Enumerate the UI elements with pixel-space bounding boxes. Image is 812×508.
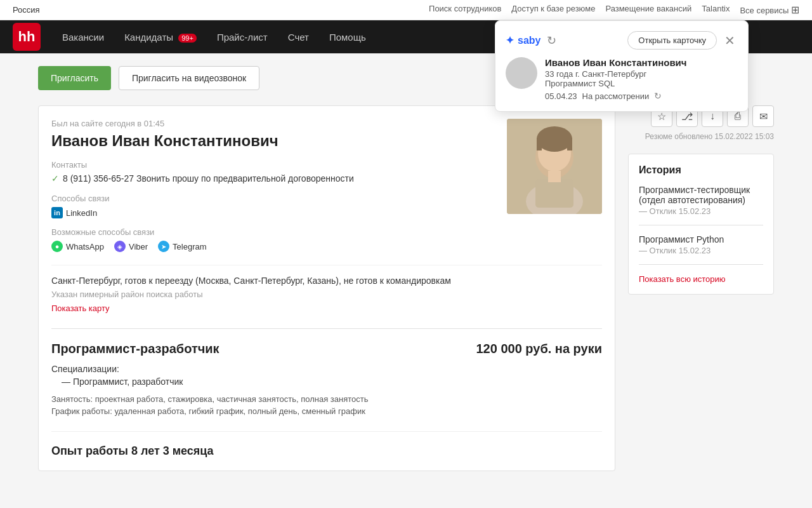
history-divider (639, 225, 763, 225)
svg-rect-7 (535, 179, 573, 208)
location-note: Указан пимерный район поиска работы (51, 290, 602, 299)
phone-contact: ✓ 8 (911) 356-65-27 Звонить прошу по пре… (51, 173, 494, 184)
download-icon: ↓ (710, 110, 715, 122)
show-map-link[interactable]: Показать карту (51, 304, 110, 313)
history-date-1: — Отклик 15.02.23 (639, 206, 763, 216)
saby-status-row: 05.04.23 На рассмотрении ↻ (545, 91, 687, 101)
email-icon: ✉ (759, 110, 768, 123)
job-salary: 120 000 руб. на руки (476, 342, 602, 356)
location-text: Санкт-Петербург, готов к переезду (Москв… (51, 276, 602, 286)
saby-logo-text: saby (518, 35, 540, 46)
history-job-2: Программист Python (639, 234, 763, 244)
main-content: Был на сайте сегодня в 01:45 Иванов Иван… (38, 105, 615, 471)
history-title: История (639, 164, 763, 176)
saby-open-btn[interactable]: Открыть карточку (627, 31, 717, 50)
check-icon: ✓ (51, 173, 59, 184)
nav-candidates[interactable]: Кандидаты 99+ (115, 27, 206, 48)
grid-icon: ⊞ (791, 4, 799, 15)
saby-age-location: 33 года г. Санкт-Петербург (545, 69, 687, 79)
nav-account[interactable]: Счет (279, 27, 318, 48)
profile-name: Иванов Иван Константинович (51, 132, 494, 150)
saby-job-title: Программист SQL (545, 79, 687, 88)
history-item-2: Программист Python — Отклик 15.02.23 (639, 234, 763, 255)
history-job-1: Программист-тестировщик (отдел автотести… (639, 185, 763, 205)
logo[interactable]: hh (13, 23, 41, 51)
communication-label: Способы связи (51, 194, 494, 203)
resume-updated-sidebar: Резюме обновлено 15.02.2022 15:03 (628, 132, 774, 141)
saby-date: 05.04.23 (545, 91, 577, 101)
resume-db-link[interactable]: Доступ к базе резюме (511, 4, 595, 16)
viber-label: Viber (129, 242, 148, 251)
possible-label: Возможные способы связи (51, 227, 494, 237)
saby-popup: ✦ saby ↻ Открыть карточку ✕ Иванов Иван … (495, 20, 749, 112)
vacancy-link[interactable]: Размещение вакансий (605, 4, 691, 16)
show-history-link[interactable]: Показать всю историю (639, 274, 726, 284)
job-title: Программист-разработчик (51, 342, 219, 356)
saby-avatar (506, 57, 537, 89)
telegram-label: Telegram (173, 242, 206, 251)
top-bar-left: Россия (13, 5, 40, 15)
experience-title: Опыт работы 8 лет 3 месяца (51, 431, 602, 458)
svg-rect-5 (567, 138, 572, 150)
location-section: Санкт-Петербург, готов к переезду (Москв… (51, 265, 602, 313)
schedule-text: График работы: удаленная работа, гибкий … (51, 406, 602, 416)
svg-rect-8 (548, 171, 561, 182)
linkedin-icon: in (51, 207, 63, 218)
all-services-link[interactable]: Все сервисы ⊞ (740, 4, 799, 16)
phone-number: 8 (911) 356-65-27 Звонить прошу по предв… (63, 173, 354, 184)
sidebar: ☆ ⎇ ↓ ⎙ ✉ Резюме обновлено 15.02.2022 15… (628, 105, 774, 471)
nav-pricelist[interactable]: Прайс-лист (208, 27, 277, 48)
possible-methods: ● WhatsApp ◈ Viber ➤ Telegram (51, 241, 494, 252)
profile-photo (507, 119, 602, 214)
saby-close-button[interactable]: ✕ (722, 32, 738, 50)
last-seen: Был на сайте сегодня в 01:45 (51, 119, 494, 128)
star-icon: ☆ (657, 110, 666, 123)
nav-help[interactable]: Помощь (320, 27, 375, 48)
whatsapp-label: WhatsApp (66, 242, 104, 251)
contacts-label: Контакты (51, 160, 494, 170)
viber-icon: ◈ (114, 241, 126, 252)
print-icon: ⎙ (735, 110, 741, 122)
employment-text: Занятость: проектная работа, стажировка,… (51, 394, 602, 404)
profile-header: Был на сайте сегодня в 01:45 Иванов Иван… (51, 119, 602, 252)
saby-refresh-icon[interactable]: ↻ (654, 91, 662, 101)
search-employees-link[interactable]: Поиск сотрудников (429, 4, 501, 16)
content-wrapper: Пригласить Пригласить на видеозвонок Был… (25, 53, 787, 484)
viber-contact: ◈ Viber (114, 241, 148, 252)
telegram-icon: ➤ (158, 241, 169, 252)
saby-header: ✦ saby ↻ Открыть карточку ✕ (506, 31, 738, 50)
nav-items: Вакансии Кандидаты 99+ Прайс-лист Счет П… (53, 27, 375, 48)
saby-profile: Иванов Иван Константинович 33 года г. Са… (506, 57, 738, 101)
history-item-1: Программист-тестировщик (отдел автотести… (639, 185, 763, 216)
spec-label: Специализации: (51, 364, 602, 374)
profile-info: Был на сайте сегодня в 01:45 Иванов Иван… (51, 119, 494, 252)
history-divider-2 (639, 264, 763, 265)
svg-point-3 (537, 126, 572, 152)
top-bar-right: Поиск сотрудников Доступ к базе резюме Р… (429, 4, 799, 16)
telegram-contact: ➤ Telegram (158, 241, 206, 252)
candidates-badge: 99+ (178, 34, 197, 43)
saby-profile-name: Иванов Иван Константинович (545, 57, 687, 68)
job-title-row: Программист-разработчик 120 000 руб. на … (51, 342, 602, 356)
history-date-2: — Отклик 15.02.23 (639, 246, 763, 255)
share-icon: ⎇ (681, 110, 693, 123)
saby-sync-icon: ↻ (547, 34, 556, 48)
job-section: Программист-разработчик 120 000 руб. на … (51, 328, 602, 458)
linkedin-contact: in LinkedIn (51, 207, 97, 218)
saby-logo-icon: ✦ (506, 34, 514, 46)
video-invite-button[interactable]: Пригласить на видеозвонок (119, 66, 259, 90)
saby-status: На рассмотрении (582, 91, 650, 101)
region-link[interactable]: Россия (13, 5, 40, 15)
nav-vacancies[interactable]: Вакансии (53, 27, 113, 48)
whatsapp-icon: ● (51, 241, 63, 252)
saby-logo-row: ✦ saby ↻ (506, 34, 556, 48)
history-box: История Программист-тестировщик (отдел а… (628, 154, 774, 295)
linkedin-label: LinkedIn (66, 208, 97, 218)
email-button[interactable]: ✉ (752, 105, 774, 127)
svg-rect-4 (537, 138, 542, 150)
top-bar: Россия Поиск сотрудников Доступ к базе р… (0, 0, 812, 20)
talantix-link[interactable]: Talantix (702, 4, 730, 16)
main-layout: Был на сайте сегодня в 01:45 Иванов Иван… (38, 105, 774, 471)
invite-button[interactable]: Пригласить (38, 66, 111, 90)
contact-methods: in LinkedIn (51, 207, 494, 218)
